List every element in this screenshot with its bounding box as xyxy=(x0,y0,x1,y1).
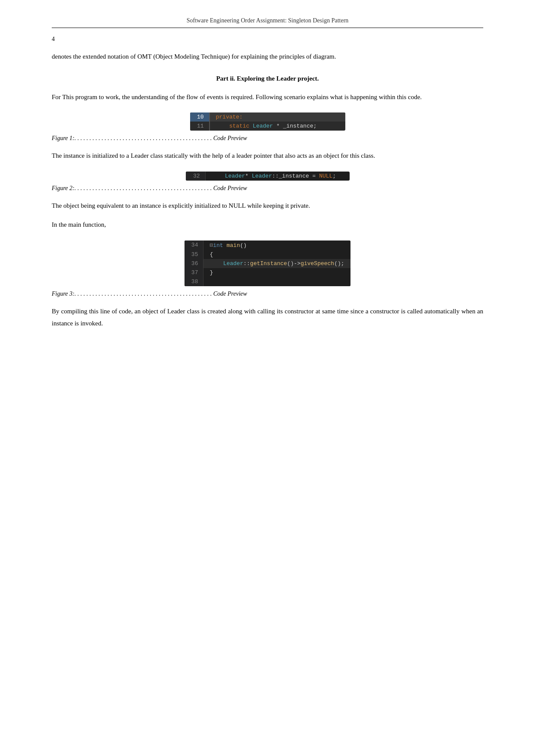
code-content-35: { xyxy=(203,250,219,259)
code-block-3-wrapper: 34 ⊟int main() 35 { 36 Leader::getInstan… xyxy=(52,241,483,286)
paragraph-1: For This program to work, the understand… xyxy=(52,91,483,103)
code-block-3: 34 ⊟int main() 35 { 36 Leader::getInstan… xyxy=(185,241,350,286)
code-content-11: static Leader * _instance; xyxy=(210,122,323,131)
code-line-35: 35 { xyxy=(185,250,350,259)
code-line-11: 11 static Leader * _instance; xyxy=(190,122,345,131)
figure-1-caption: Figure 1:. . . . . . . . . . . . . . . .… xyxy=(52,135,483,142)
line-num-38: 38 xyxy=(185,277,203,286)
paragraph-5: By compiling this line of code, an objec… xyxy=(52,305,483,330)
code-content-10: private: xyxy=(210,112,249,122)
code-content-38 xyxy=(203,277,219,286)
paragraph-3: The object being equivalent to an instan… xyxy=(52,200,483,212)
code-block-2: 32 Leader* Leader::_instance = NULL; xyxy=(186,172,350,181)
intro-paragraph: denotes the extended notation of OMT (Ob… xyxy=(52,50,483,63)
code-block-1-wrapper: 10 private: 11 static Leader * _instance… xyxy=(52,112,483,131)
line-num-34: 34 xyxy=(185,241,203,250)
code-line-36: 36 Leader::getInstance()->giveSpeech(); xyxy=(185,259,350,268)
page-number: 4 xyxy=(52,36,483,43)
header-text: Software Engineering Order Assignment: S… xyxy=(187,17,349,24)
line-num-35: 35 xyxy=(185,250,203,259)
code-block-2-wrapper: 32 Leader* Leader::_instance = NULL; xyxy=(52,172,483,181)
line-num-36: 36 xyxy=(185,259,203,268)
code-content-32: Leader* Leader::_instance = NULL; xyxy=(206,172,342,181)
line-num-10: 10 xyxy=(190,112,210,122)
code-content-36: Leader::getInstance()->giveSpeech(); xyxy=(203,259,350,268)
line-num-11: 11 xyxy=(190,122,210,131)
code-block-1: 10 private: 11 static Leader * _instance… xyxy=(190,112,345,131)
code-line-10: 10 private: xyxy=(190,112,345,122)
figure-3-caption: Figure 3:. . . . . . . . . . . . . . . .… xyxy=(52,291,483,297)
page-header: Software Engineering Order Assignment: S… xyxy=(52,17,483,28)
line-num-32: 32 xyxy=(186,172,206,181)
section-title: Part ii. Exploring the Leader project. xyxy=(52,75,483,82)
code-line-38: 38 xyxy=(185,277,350,286)
page: Software Engineering Order Assignment: S… xyxy=(0,0,535,756)
paragraph-2: The instance is initialized to a Leader … xyxy=(52,150,483,162)
figure-2-caption: Figure 2:. . . . . . . . . . . . . . . .… xyxy=(52,185,483,192)
line-num-37: 37 xyxy=(185,268,203,277)
code-line-34: 34 ⊟int main() xyxy=(185,241,350,250)
code-content-34: ⊟int main() xyxy=(203,241,253,250)
paragraph-4: In the main function, xyxy=(52,219,483,231)
code-content-37: } xyxy=(203,268,219,277)
code-line-37: 37 } xyxy=(185,268,350,277)
code-line-32: 32 Leader* Leader::_instance = NULL; xyxy=(186,172,350,181)
